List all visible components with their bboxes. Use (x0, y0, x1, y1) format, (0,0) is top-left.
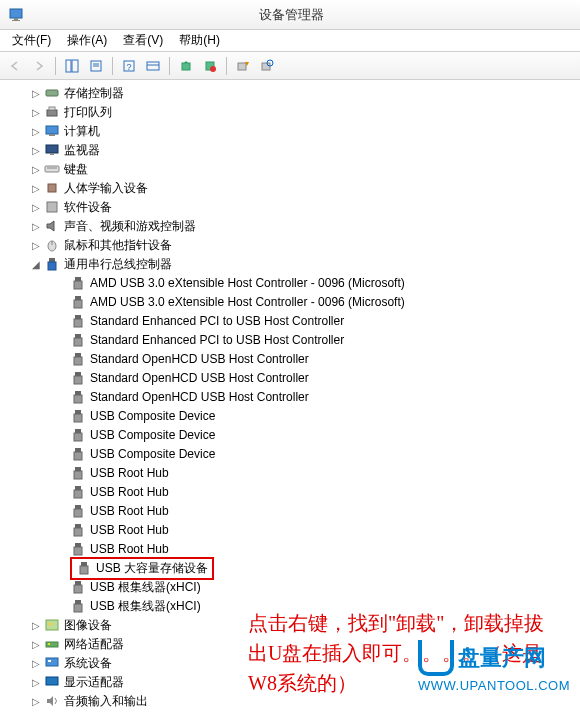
toolbar-separator (226, 57, 227, 75)
expand-icon[interactable]: ▷ (30, 696, 42, 707)
uninstall-button[interactable] (199, 55, 221, 77)
forward-button[interactable] (28, 55, 50, 77)
tree-device[interactable]: USB Root Hub (6, 483, 580, 501)
tree-device[interactable]: Standard OpenHCD USB Host Controller (6, 388, 580, 406)
tree-category[interactable]: ▷打印队列 (6, 103, 580, 121)
show-hide-tree-button[interactable] (61, 55, 83, 77)
svg-rect-22 (49, 134, 55, 136)
svg-rect-31 (49, 258, 55, 262)
expand-icon[interactable]: ▷ (30, 221, 42, 232)
menu-view[interactable]: 查看(V) (115, 30, 171, 51)
category-label: 监视器 (64, 142, 100, 159)
category-label: 网络适配器 (64, 636, 124, 653)
svg-rect-63 (81, 562, 87, 566)
svg-rect-59 (75, 524, 81, 528)
back-button[interactable] (4, 55, 26, 77)
device-label: USB Composite Device (90, 428, 215, 442)
category-label: 通用串行总线控制器 (64, 256, 172, 273)
tree-device[interactable]: USB Composite Device (6, 407, 580, 425)
tree-category[interactable]: ▷人体学输入设备 (6, 179, 580, 197)
device-label: Standard Enhanced PCI to USB Host Contro… (90, 333, 344, 347)
category-label: 人体学输入设备 (64, 180, 148, 197)
svg-rect-1 (14, 18, 18, 20)
device-label: Standard OpenHCD USB Host Controller (90, 390, 309, 404)
tree-device[interactable]: AMD USB 3.0 eXtensible Host Controller -… (6, 274, 580, 292)
tree-device[interactable]: USB 大容量存储设备 (6, 559, 580, 577)
scan-hardware-button[interactable] (256, 55, 278, 77)
svg-rect-2 (12, 20, 20, 21)
svg-rect-32 (48, 262, 56, 270)
tree-category[interactable]: ▷键盘 (6, 160, 580, 178)
svg-rect-60 (74, 528, 82, 536)
tree-device[interactable]: Standard OpenHCD USB Host Controller (6, 369, 580, 387)
svg-rect-37 (75, 315, 81, 319)
usb-icon (44, 256, 60, 272)
svg-rect-58 (74, 509, 82, 517)
properties-button[interactable] (85, 55, 107, 77)
menu-help[interactable]: 帮助(H) (171, 30, 228, 51)
toolbar-separator (169, 57, 170, 75)
menu-action[interactable]: 操作(A) (59, 30, 115, 51)
expand-icon[interactable]: ▷ (30, 107, 42, 118)
tree-device[interactable]: USB Composite Device (6, 426, 580, 444)
tree-device[interactable]: USB Root Hub (6, 540, 580, 558)
watermark: 盘量产网 WWW.UPANTOOL.COM (418, 640, 570, 693)
tree-category[interactable]: ▷存储控制器 (6, 84, 580, 102)
svg-point-72 (48, 643, 50, 645)
expand-icon[interactable]: ▷ (30, 88, 42, 99)
expand-icon[interactable]: ▷ (30, 620, 42, 631)
tree-category[interactable]: ▷鼠标和其他指针设备 (6, 236, 580, 254)
category-label: 软件设备 (64, 199, 112, 216)
disable-button[interactable] (232, 55, 254, 77)
svg-rect-41 (75, 353, 81, 357)
audio-icon (44, 693, 60, 709)
device-label: USB Root Hub (90, 504, 169, 518)
expand-icon[interactable]: ▷ (30, 240, 42, 251)
tree-category[interactable]: ▷声音、视频和游戏控制器 (6, 217, 580, 235)
svg-rect-12 (182, 63, 190, 70)
tree-category[interactable]: ▷软件设备 (6, 198, 580, 216)
usb-device-icon (70, 541, 86, 557)
svg-rect-62 (74, 547, 82, 555)
tree-device[interactable]: USB Root Hub (6, 464, 580, 482)
help-button[interactable]: ? (118, 55, 140, 77)
title-bar: 设备管理器 (0, 0, 580, 30)
svg-rect-10 (147, 62, 159, 70)
usb-device-icon (70, 579, 86, 595)
update-driver-button[interactable] (175, 55, 197, 77)
tree-category[interactable]: ◢通用串行总线控制器 (6, 255, 580, 273)
svg-rect-51 (75, 448, 81, 452)
tree-device[interactable]: USB Root Hub (6, 521, 580, 539)
printer-icon (44, 104, 60, 120)
tree-device[interactable]: Standard Enhanced PCI to USB Host Contro… (6, 331, 580, 349)
menu-file[interactable]: 文件(F) (4, 30, 59, 51)
svg-rect-45 (75, 391, 81, 395)
view-button[interactable] (142, 55, 164, 77)
tree-device[interactable]: USB 根集线器(xHCI) (6, 578, 580, 596)
expand-icon[interactable]: ◢ (30, 259, 42, 270)
svg-rect-0 (10, 9, 22, 18)
expand-icon[interactable]: ▷ (30, 126, 42, 137)
svg-rect-20 (49, 107, 55, 110)
expand-icon[interactable]: ▷ (30, 658, 42, 669)
tree-device[interactable]: AMD USB 3.0 eXtensible Host Controller -… (6, 293, 580, 311)
expand-icon[interactable]: ▷ (30, 183, 42, 194)
expand-icon[interactable]: ▷ (30, 639, 42, 650)
tree-category[interactable]: ▷监视器 (6, 141, 580, 159)
tree-device[interactable]: USB Composite Device (6, 445, 580, 463)
tree-device[interactable]: Standard Enhanced PCI to USB Host Contro… (6, 312, 580, 330)
expand-icon[interactable]: ▷ (30, 145, 42, 156)
category-label: 声音、视频和游戏控制器 (64, 218, 196, 235)
usb-device-icon (70, 465, 86, 481)
tree-device[interactable]: USB Root Hub (6, 502, 580, 520)
svg-rect-56 (74, 490, 82, 498)
tree-device[interactable]: Standard OpenHCD USB Host Controller (6, 350, 580, 368)
svg-rect-18 (46, 90, 58, 96)
expand-icon[interactable]: ▷ (30, 202, 42, 213)
expand-icon[interactable]: ▷ (30, 164, 42, 175)
expand-icon[interactable]: ▷ (30, 677, 42, 688)
device-label: USB 大容量存储设备 (96, 560, 208, 577)
svg-point-70 (49, 623, 52, 626)
device-label: Standard OpenHCD USB Host Controller (90, 371, 309, 385)
tree-category[interactable]: ▷计算机 (6, 122, 580, 140)
